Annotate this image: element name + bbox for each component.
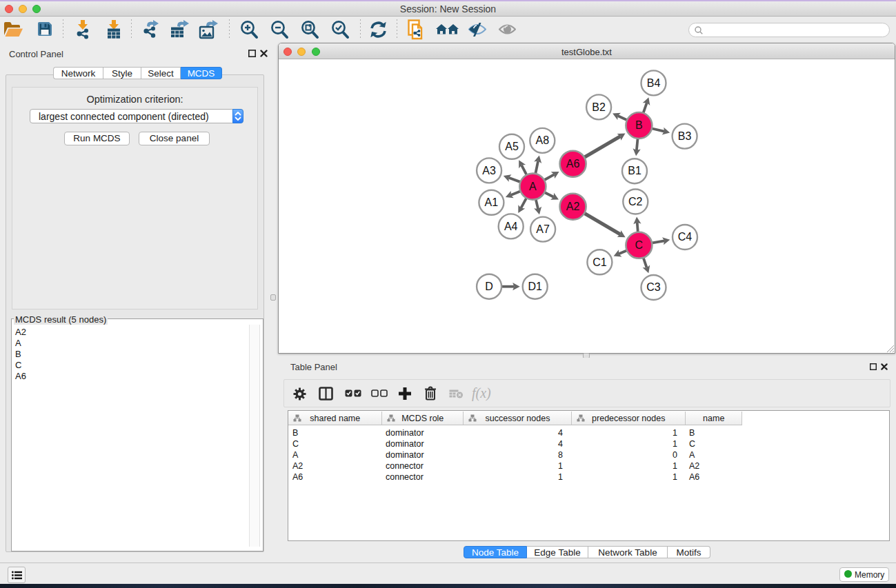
svg-text:D1: D1 bbox=[528, 281, 542, 292]
svg-text:A7: A7 bbox=[536, 223, 550, 235]
svg-text:A4: A4 bbox=[504, 221, 518, 232]
svg-text:D: D bbox=[485, 281, 493, 292]
svg-text:A2: A2 bbox=[566, 201, 580, 212]
svg-text:A: A bbox=[529, 181, 537, 192]
svg-text:A5: A5 bbox=[505, 141, 519, 152]
svg-text:C4: C4 bbox=[678, 231, 693, 243]
svg-text:A1: A1 bbox=[485, 196, 499, 208]
svg-text:A6: A6 bbox=[566, 158, 580, 170]
svg-text:C1: C1 bbox=[593, 256, 607, 268]
svg-text:C2: C2 bbox=[628, 196, 643, 207]
svg-text:B: B bbox=[635, 119, 643, 131]
svg-text:A3: A3 bbox=[482, 165, 496, 176]
svg-text:B4: B4 bbox=[647, 77, 661, 89]
svg-text:C3: C3 bbox=[646, 281, 661, 293]
svg-text:B1: B1 bbox=[628, 165, 641, 176]
svg-text:B3: B3 bbox=[678, 130, 692, 142]
svg-text:A8: A8 bbox=[536, 134, 550, 146]
svg-text:B2: B2 bbox=[592, 101, 606, 113]
svg-text:C: C bbox=[635, 239, 644, 251]
